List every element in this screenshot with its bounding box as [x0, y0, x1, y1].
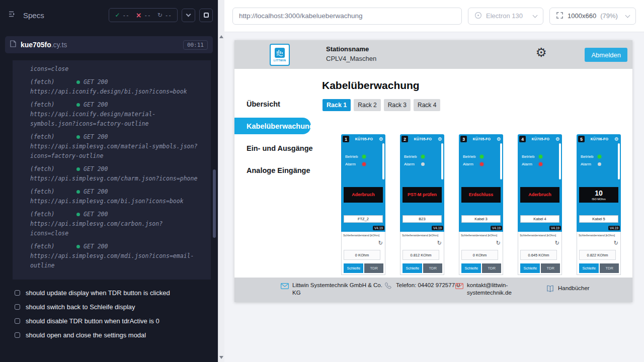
cable-name: FTZ_2 — [344, 215, 383, 223]
refresh-icon[interactable]: ↻ — [378, 240, 383, 246]
card-gear-icon[interactable]: ⚙ — [438, 137, 442, 142]
cable-name: Kabel 5 — [579, 215, 618, 223]
schleife-button[interactable]: Schleife — [520, 263, 540, 273]
status-display: Aderbruch — [344, 187, 383, 203]
url-input[interactable]: http://localhost:3000/kabelueberwachung — [232, 8, 462, 25]
app-footer: Littwin Systemtechnik GmbH & Co. KG Tele… — [234, 278, 632, 302]
test-item[interactable]: should disable TDR button when tdrActive… — [0, 314, 218, 328]
browser-select[interactable]: Electron 130 — [468, 8, 543, 25]
firmware-version: V4.19 — [432, 226, 443, 230]
collapse-button[interactable] — [182, 9, 195, 22]
test-item[interactable]: should switch back to Schleife display — [0, 300, 218, 314]
card-number: 3 — [460, 136, 467, 142]
refresh-icon[interactable]: ↻ — [437, 240, 442, 246]
log-entry[interactable]: (fetch)GET 200 https://api.simplesvg.com… — [30, 164, 198, 184]
measurement-label: Schleifenwiderstand [kOhm] — [343, 234, 383, 237]
card-gear-icon[interactable]: ⚙ — [614, 137, 619, 142]
viewport-scale-icon — [556, 12, 564, 21]
scroll-down-icon[interactable] — [219, 356, 223, 359]
test-item[interactable]: should update display when TDR button is… — [0, 286, 218, 300]
device-model: KÜ706-FO — [585, 137, 614, 141]
app-viewport: LITTWIN Stationsname CPLV4_Maschen ⚙ Abm… — [224, 32, 644, 362]
log-entry[interactable]: (fetch)GET 200 https://api.iconify.desig… — [30, 77, 198, 97]
log-entry[interactable]: (fetch)GET 200 https://api.simplesvg.com… — [30, 187, 198, 206]
spec-timer: 00:11 — [183, 40, 208, 50]
logo-text: LITTWIN — [274, 59, 286, 62]
tdr-button[interactable]: TDR — [482, 263, 501, 273]
test-box-icon — [15, 332, 20, 338]
specs-title[interactable]: Specs — [23, 11, 44, 20]
schleife-button[interactable]: Schleife — [579, 263, 599, 273]
schleife-button[interactable]: Schleife — [461, 263, 481, 273]
command-log: icons=close (fetch)GET 200 https://api.i… — [13, 60, 211, 280]
status-display: PST-M prüfen — [403, 187, 442, 203]
card-scrollbar[interactable] — [441, 143, 443, 179]
mail-icon — [455, 282, 463, 297]
tdr-button[interactable]: TDR — [541, 263, 560, 273]
card-scrollbar[interactable] — [500, 143, 502, 179]
stop-icon — [204, 13, 209, 18]
log-entry[interactable]: (fetch)GET 200 https://api.simplesvg.com… — [30, 132, 198, 161]
test-box-icon — [15, 318, 20, 324]
log-scrollbar-thumb[interactable] — [213, 169, 216, 238]
tab-rack-2[interactable]: Rack 2 — [354, 99, 380, 111]
panel-scrollbar[interactable] — [218, 0, 224, 362]
settings-gear-icon[interactable]: ⚙ — [536, 45, 547, 60]
littwin-logo: LITTWIN — [270, 44, 290, 66]
stop-button[interactable] — [199, 9, 213, 22]
alarm-led — [362, 162, 366, 166]
alarm-led — [598, 162, 601, 166]
card-gear-icon[interactable]: ⚙ — [379, 137, 383, 142]
test-list: should update display when TDR button is… — [0, 286, 218, 342]
sidebar-item-ein-und-ausgaenge[interactable]: Ein- und Ausgänge — [234, 140, 321, 156]
cable-name: Kabel 4 — [520, 215, 559, 223]
measurement-label: Schleifenwiderstand [kOhm] — [402, 234, 442, 237]
betrieb-label: Betrieb — [522, 154, 539, 159]
tab-rack-4[interactable]: Rack 4 — [414, 99, 440, 111]
alarm-led — [539, 162, 542, 166]
log-entry[interactable]: (fetch)GET 200 https://api.iconify.desig… — [30, 100, 198, 129]
status-display: Aderbruch — [520, 187, 559, 203]
restart-icon: ↻ — [157, 12, 163, 18]
status-dot-icon — [76, 190, 80, 194]
schleife-button[interactable]: Schleife — [403, 263, 422, 273]
device-model: KÜ705-FO — [349, 137, 379, 141]
card-gear-icon[interactable]: ⚙ — [555, 137, 560, 142]
status-dot-icon — [76, 245, 80, 248]
alarm-label: Alarm — [404, 162, 421, 166]
tdr-button[interactable]: TDR — [600, 263, 619, 273]
betrieb-led — [480, 155, 484, 158]
card-gear-icon[interactable]: ⚙ — [497, 137, 501, 142]
sidebar-item-kabelueberwachung[interactable]: Kabelüberwachung — [234, 118, 311, 134]
card-scrollbar[interactable] — [382, 143, 384, 179]
test-item[interactable]: should open and close the settings modal — [0, 328, 218, 342]
refresh-icon[interactable]: ↻ — [496, 240, 501, 246]
sidebar-item-uebersicht[interactable]: Übersicht — [234, 96, 321, 112]
log-entry[interactable]: (fetch)GET 200 https://api.simplesvg.com… — [30, 210, 198, 238]
betrieb-led — [598, 155, 601, 158]
tdr-button[interactable]: TDR — [364, 263, 383, 273]
card-scrollbar[interactable] — [618, 143, 620, 179]
footer-manuals: Handbücher — [546, 285, 590, 294]
tab-rack-1[interactable]: Rack 1 — [323, 99, 351, 111]
spec-file-row[interactable]: kue705fo.cy.ts 00:11 — [5, 36, 213, 53]
specs-menu-icon[interactable] — [8, 10, 16, 20]
status-display: Erdschluss — [461, 187, 501, 203]
device-card-2: 2 KÜ705-FO ⚙ Betrieb Alarm PST-M prüfen … — [400, 134, 444, 275]
card-scrollbar[interactable] — [559, 143, 561, 179]
status-display: 10 ISO MOhm — [579, 187, 618, 203]
stat-pending: ↻-- — [157, 12, 172, 19]
log-entry[interactable]: (fetch)GET 200 https://api.simplesvg.com… — [30, 242, 198, 270]
viewport-select[interactable]: 1000x660 (79%) — [549, 8, 636, 25]
tab-rack-3[interactable]: Rack 3 — [384, 99, 411, 111]
tdr-button[interactable]: TDR — [423, 263, 442, 273]
sidebar-item-analoge-eingaenge[interactable]: Analoge Eingänge — [234, 162, 321, 178]
refresh-icon[interactable]: ↻ — [614, 240, 618, 246]
cypress-reporter-panel: Specs ✓-- ×-- ↻-- kue705fo.cy.ts 00:11 i… — [0, 0, 218, 362]
logout-button[interactable]: Abmelden — [585, 48, 627, 62]
measurement-label: Schleifenwiderstand [kOhm] — [520, 234, 560, 237]
schleife-button[interactable]: Schleife — [344, 263, 363, 273]
electron-icon — [474, 12, 482, 21]
scroll-up-icon[interactable] — [219, 35, 223, 38]
refresh-icon[interactable]: ↻ — [555, 240, 559, 246]
